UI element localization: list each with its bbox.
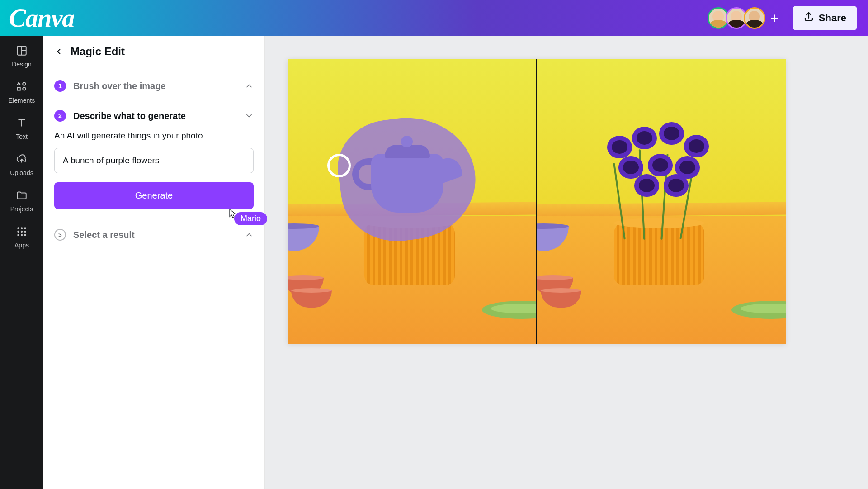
back-button[interactable] (54, 47, 63, 56)
prop-small-bowls (537, 282, 573, 308)
brush-cursor-icon (327, 154, 351, 177)
share-button-label: Share (819, 12, 846, 24)
svg-point-12 (17, 234, 19, 236)
image-before (288, 59, 536, 344)
step-describe[interactable]: 2 Describe what to generate (54, 101, 254, 131)
step-brush[interactable]: 1 Brush over the image (54, 71, 254, 101)
step-number-badge: 3 (54, 229, 66, 241)
nav-elements[interactable]: Elements (0, 81, 43, 104)
step-select-result[interactable]: 3 Select a result (54, 220, 254, 250)
generated-flowers (591, 122, 727, 240)
add-collaborator-button[interactable]: + (764, 7, 785, 29)
image-after (537, 59, 786, 344)
svg-point-3 (23, 82, 25, 85)
nav-uploads[interactable]: Uploads (0, 153, 43, 176)
svg-point-10 (21, 231, 23, 233)
collaborator-cursor-name: Mario (234, 212, 267, 225)
artboard[interactable] (288, 59, 786, 344)
nav-label: Elements (9, 97, 35, 104)
canvas-area[interactable] (265, 36, 868, 489)
share-button[interactable]: Share (793, 6, 857, 30)
nav-apps[interactable]: Apps (0, 225, 43, 249)
nav-design[interactable]: Design (0, 44, 43, 68)
svg-point-8 (24, 227, 26, 229)
app-header: Canva + Share (0, 0, 868, 36)
shapes-icon (15, 81, 28, 93)
upload-icon (803, 11, 814, 25)
grid-icon (15, 225, 28, 238)
svg-point-7 (21, 227, 23, 229)
collaborator-avatars: + (708, 7, 785, 29)
prompt-input[interactable] (54, 148, 254, 173)
nav-label: Design (12, 61, 32, 68)
nav-label: Projects (10, 205, 33, 213)
step-number-badge: 1 (54, 80, 66, 92)
panel-title: Magic Edit (71, 45, 125, 58)
step-description: An AI will generate things in your photo… (54, 131, 254, 141)
side-nav: Design Elements Text Uploads Projects (0, 36, 43, 489)
cloud-upload-icon (15, 153, 28, 166)
cursor-icon (229, 209, 237, 218)
magic-edit-panel: Magic Edit 1 Brush over the image 2 Desc… (43, 36, 265, 489)
nav-text[interactable]: Text (0, 117, 43, 140)
step-describe-content: An AI will generate things in your photo… (54, 131, 254, 220)
nav-label: Apps (14, 242, 29, 249)
chevron-up-icon (245, 230, 254, 239)
nav-projects[interactable]: Projects (0, 189, 43, 213)
brand-logo[interactable]: Canva (9, 4, 74, 33)
step-title: Brush over the image (73, 81, 166, 91)
generate-button[interactable]: Generate Mario (54, 182, 254, 209)
svg-point-9 (17, 231, 19, 233)
generate-button-label: Generate (135, 190, 173, 200)
nav-label: Text (16, 133, 28, 140)
svg-point-13 (21, 234, 23, 236)
svg-point-5 (23, 87, 25, 90)
avatar[interactable] (744, 7, 765, 29)
collaborator-cursor: Mario (226, 212, 267, 225)
folder-icon (15, 189, 28, 202)
text-icon (15, 117, 28, 129)
chevron-down-icon (245, 111, 254, 120)
svg-point-6 (17, 227, 19, 229)
panel-header: Magic Edit (43, 36, 264, 67)
prop-teapot (362, 136, 453, 213)
step-title: Describe what to generate (73, 111, 186, 121)
header-actions: + Share (708, 6, 857, 30)
chevron-up-icon (245, 81, 254, 90)
svg-point-14 (24, 234, 26, 236)
nav-label: Uploads (10, 169, 33, 176)
layout-icon (15, 44, 28, 57)
svg-point-11 (24, 231, 26, 233)
svg-rect-4 (17, 87, 20, 90)
chevron-left-icon (54, 47, 63, 56)
step-number-badge: 2 (54, 110, 66, 122)
step-title: Select a result (73, 230, 135, 240)
prop-small-bowls (288, 282, 324, 308)
